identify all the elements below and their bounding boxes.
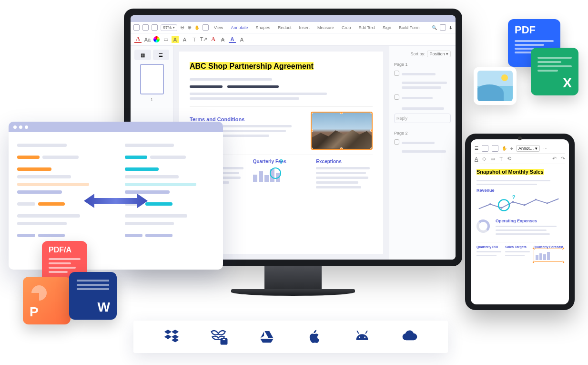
tab-measure[interactable]: Measure <box>315 24 336 31</box>
tab-annotate[interactable]: Annotate <box>228 24 250 31</box>
selected-image[interactable] <box>311 112 373 150</box>
svg-point-4 <box>535 198 537 200</box>
menu-icon[interactable]: ☰ <box>475 146 478 151</box>
svg-point-2 <box>512 201 514 203</box>
page-icon[interactable] <box>492 145 498 152</box>
circle-annotation <box>270 167 281 179</box>
tab-insert[interactable]: Insert <box>296 24 312 31</box>
svg-rect-9 <box>222 339 225 341</box>
onedrive-icon <box>400 327 419 346</box>
svg-point-11 <box>364 337 365 338</box>
tab-sign[interactable]: Sign <box>380 24 394 31</box>
text-color-icon[interactable]: A <box>134 36 142 43</box>
terms-heading: Terms and Conditions <box>190 116 303 122</box>
tablet-device: ☰ ✋ ⟐ Annot… ▾ ⋯ A ◇ ▭ T ⟲ ↶ ↷ Snapshot … <box>465 134 575 310</box>
donut-chart <box>476 219 490 233</box>
svg-point-3 <box>524 204 526 206</box>
color-picker-icon[interactable] <box>153 36 160 42</box>
image-badge <box>474 67 517 105</box>
exceptions-heading: Exceptions <box>316 159 373 164</box>
panel-icon[interactable] <box>482 145 488 152</box>
hand-icon[interactable]: ✋ <box>194 25 200 30</box>
tab-build-form[interactable]: Build Form <box>396 24 422 31</box>
underline-icon[interactable]: A <box>475 156 478 162</box>
zoom-control[interactable]: 97%▾ <box>161 24 177 31</box>
sort-label: Sort by: <box>410 52 425 56</box>
targets-heading: Sales Targets <box>505 245 530 249</box>
selected-forecast-chart[interactable] <box>534 249 563 262</box>
page2-label: Page 2 <box>394 131 451 136</box>
hand-icon[interactable]: ✋ <box>502 146 507 151</box>
dropbox-icon <box>162 327 181 346</box>
tablet-toolbar: ☰ ✋ ⟐ Annot… ▾ ⋯ <box>475 143 565 154</box>
page-icon[interactable] <box>152 24 158 31</box>
page-thumbnail[interactable] <box>140 64 164 94</box>
squiggly-icon[interactable]: A <box>238 36 245 43</box>
strike-icon[interactable]: A <box>219 36 226 43</box>
svg-point-1 <box>501 207 503 209</box>
comment-checkbox[interactable] <box>394 71 399 76</box>
reply-input[interactable]: Reply <box>394 114 451 123</box>
svg-point-10 <box>359 337 360 338</box>
roi-heading: Quarterly ROI <box>476 245 501 249</box>
comment-checkbox[interactable] <box>394 139 399 145</box>
bar-chart <box>253 167 310 182</box>
outline-view-tab[interactable]: ☰ <box>153 50 170 60</box>
menu-icon[interactable] <box>133 24 140 31</box>
line-chart: ? <box>476 195 563 214</box>
tab-crop[interactable]: Crop <box>339 24 354 31</box>
red-a-icon[interactable]: A <box>210 36 217 43</box>
apple-icon <box>305 327 324 346</box>
redo-icon[interactable]: ↷ <box>561 156 565 162</box>
butterfly-save-icon <box>210 327 229 346</box>
comment-checkbox[interactable] <box>394 94 399 100</box>
integrations-bar <box>133 321 448 353</box>
download-icon[interactable]: ⬇ <box>449 25 453 30</box>
select-icon[interactable]: ⟐ <box>510 146 513 151</box>
crop-icon[interactable] <box>203 24 209 31</box>
question-annotation: ? <box>279 158 284 166</box>
undo-icon[interactable]: ↶ <box>552 156 557 162</box>
word-badge: W <box>69 272 117 320</box>
compare-titlebar <box>9 122 223 132</box>
box-icon[interactable]: ▭ <box>162 36 169 43</box>
tab-edit-text[interactable]: Edit Text <box>356 24 377 31</box>
underline-icon[interactable]: A <box>229 36 236 43</box>
callout-icon[interactable]: T↗ <box>200 36 207 43</box>
text-box-icon[interactable]: T <box>191 36 198 43</box>
text-icon[interactable]: A <box>181 36 188 43</box>
more-icon[interactable]: ⋯ <box>543 146 547 151</box>
swap-arrow-icon <box>80 192 152 209</box>
svg-text:?: ? <box>512 195 516 200</box>
tab-view[interactable]: View <box>212 24 225 31</box>
link-icon[interactable]: ⟲ <box>507 156 511 162</box>
tablet-ribbon: A ◇ ▭ T ⟲ ↶ ↷ <box>475 154 565 164</box>
zoom-in-icon[interactable]: ⊕ <box>187 24 192 31</box>
thumb-view-tab[interactable]: ▦ <box>134 50 151 60</box>
document-title: ABC Shop Partnership Agreement <box>190 62 314 70</box>
comments-panel: Sort by: Position ▾ Page 1 Reply Page 2 <box>389 46 456 260</box>
svg-point-0 <box>489 203 491 205</box>
powerpoint-badge: P <box>23 277 71 324</box>
excel-badge: X <box>531 48 578 95</box>
annotate-dropdown[interactable]: Annot… ▾ <box>516 145 540 152</box>
tablet-doc-title: Snapshot of Monthly Sales <box>476 169 544 175</box>
zoom-out-icon[interactable]: ⊖ <box>180 24 184 31</box>
android-icon <box>353 327 372 346</box>
highlight-icon[interactable]: A <box>172 36 179 43</box>
sort-select[interactable]: Position ▾ <box>427 51 451 57</box>
font-icon[interactable]: Aa <box>144 36 151 43</box>
text-icon[interactable]: T <box>499 156 503 162</box>
forecast-heading: Quarterly Forecast <box>534 245 563 249</box>
copy-icon[interactable] <box>440 24 446 31</box>
shape-icon[interactable]: ◇ <box>482 156 486 162</box>
tab-shapes[interactable]: Shapes <box>253 24 273 31</box>
panel-icon[interactable] <box>142 24 149 31</box>
annotate-ribbon: A Aa ▭ A A T T↗ A A A A <box>131 33 456 46</box>
page-number: 1 <box>134 97 169 102</box>
window-titlebar <box>131 15 456 22</box>
search-icon[interactable]: 🔍 <box>432 25 437 30</box>
rect-icon[interactable]: ▭ <box>490 156 495 162</box>
tab-redact[interactable]: Redact <box>275 24 294 31</box>
expenses-heading: Operating Expenses <box>496 219 563 223</box>
